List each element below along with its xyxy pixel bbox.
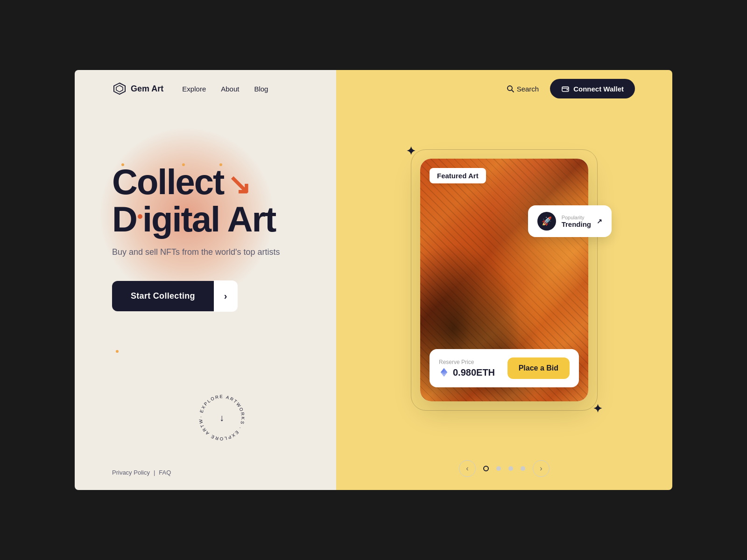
privacy-policy-link[interactable]: Privacy Policy <box>112 469 150 476</box>
logo-text: Gem Art <box>131 84 163 94</box>
nav-explore[interactable]: Explore <box>182 85 206 93</box>
popularity-card: 🚀 Popularity Trending ↗ <box>528 205 612 237</box>
svg-point-10 <box>567 89 568 91</box>
pagination-dot-1[interactable] <box>483 466 489 471</box>
start-collecting-arrow-button[interactable]: › <box>214 280 238 312</box>
price-section: Reserve Price 0.980ETH <box>439 359 495 378</box>
footer-divider: | <box>154 469 155 476</box>
pagination: ‹ › <box>459 460 550 477</box>
title-collect: Collect <box>112 162 224 202</box>
trending-arrow-icon: ↗ <box>597 217 602 225</box>
ethereum-icon <box>439 367 449 378</box>
faq-link[interactable]: FAQ <box>159 469 171 476</box>
logo-icon <box>112 81 127 96</box>
start-collecting-button[interactable]: Start Collecting <box>112 281 214 311</box>
popularity-label: Popularity <box>562 215 591 220</box>
featured-art-badge: Featured Art <box>430 168 486 183</box>
pagination-dot-3[interactable] <box>508 466 513 471</box>
star-top-left: ✦ <box>406 145 416 158</box>
dot-accent <box>138 214 142 219</box>
circular-text-stamp[interactable]: · EXPLORE ARTWORKS · EXPLORE ARTWORKS ↓ <box>196 392 247 443</box>
pagination-next[interactable]: › <box>533 460 550 477</box>
pagination-prev[interactable]: ‹ <box>459 460 476 477</box>
search-button[interactable]: Search <box>507 85 539 93</box>
right-panel: ✦ ✦ Featured Art Reserve Price <box>336 70 672 490</box>
price-row: 0.980ETH <box>439 367 495 378</box>
left-panel: Collect↘ Digital Art Buy and sell NFTs f… <box>75 70 336 490</box>
title-digital-rest: igital Art <box>142 199 275 239</box>
down-arrow-icon: ↓ <box>219 413 224 423</box>
svg-marker-5 <box>114 83 125 94</box>
main-art-card: Featured Art Reserve Price 0.980E <box>420 159 588 401</box>
pagination-dot-4[interactable] <box>521 466 525 471</box>
footer-links: Privacy Policy | FAQ <box>112 469 171 476</box>
nav-about[interactable]: About <box>221 85 239 93</box>
wallet-icon <box>561 84 570 93</box>
hero-title: Collect↘ Digital Art <box>112 163 299 238</box>
price-value: 0.980ETH <box>453 367 495 378</box>
hero-subtitle: Buy and sell NFTs from the world's top a… <box>112 247 299 257</box>
svg-marker-6 <box>116 85 123 92</box>
navbar: Gem Art Explore About Blog Search <box>75 70 672 107</box>
svg-line-8 <box>512 90 514 92</box>
bid-card: Reserve Price 0.980ETH Place a Bid <box>430 349 579 387</box>
star-bottom-right: ✦ <box>593 402 602 415</box>
rocket-icon: 🚀 <box>537 212 556 231</box>
card-frame: ✦ ✦ Featured Art Reserve Price <box>406 145 602 415</box>
search-icon <box>507 85 514 92</box>
popularity-text: Popularity Trending <box>562 215 591 228</box>
connect-wallet-button[interactable]: Connect Wallet <box>550 79 635 98</box>
cta-row: Start Collecting › <box>112 280 299 312</box>
nav-right: Search Connect Wallet <box>507 70 635 107</box>
logo[interactable]: Gem Art <box>112 81 163 96</box>
nav-links: Explore About Blog <box>182 85 268 93</box>
place-bid-button[interactable]: Place a Bid <box>507 357 570 379</box>
reserve-price-label: Reserve Price <box>439 359 495 365</box>
popularity-value: Trending <box>562 220 591 228</box>
search-label: Search <box>517 85 539 93</box>
arrow-decoration: ↘ <box>227 170 250 199</box>
title-digital-d: D <box>112 199 137 239</box>
nav-blog[interactable]: Blog <box>254 85 268 93</box>
pagination-dot-2[interactable] <box>496 466 501 471</box>
connect-wallet-label: Connect Wallet <box>573 85 624 93</box>
hero-content: Collect↘ Digital Art Buy and sell NFTs f… <box>112 163 299 312</box>
dot-decoration <box>116 350 119 353</box>
